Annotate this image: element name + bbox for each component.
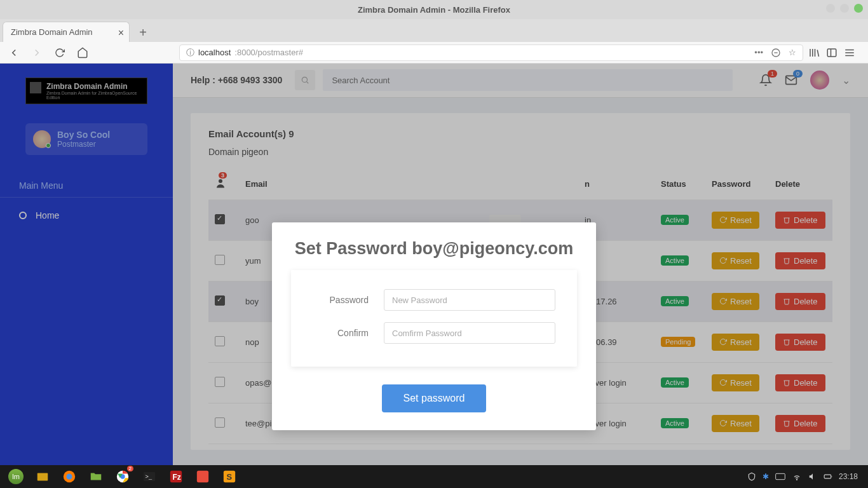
page-actions-icon[interactable]: •••: [754, 48, 763, 58]
menu-icon[interactable]: [844, 47, 855, 58]
col-status: Status: [654, 168, 705, 200]
tray-keyboard-icon[interactable]: [775, 473, 785, 480]
status-badge: Pending: [661, 337, 695, 347]
row-checkbox[interactable]: [215, 214, 225, 224]
library-icon[interactable]: [808, 47, 820, 58]
nav-forward-button[interactable]: [28, 44, 46, 62]
profile-avatar[interactable]: [810, 71, 829, 90]
taskbar-app-icon[interactable]: [191, 467, 215, 486]
person-icon[interactable]: 3: [215, 177, 226, 189]
status-badge: Active: [661, 296, 689, 306]
svg-rect-19: [197, 471, 208, 482]
sidebar-item-home[interactable]: Home: [0, 204, 173, 227]
svg-text:S: S: [226, 472, 232, 482]
reset-button[interactable]: Reset: [712, 212, 759, 229]
col-delete: Delete: [769, 168, 832, 200]
svg-text:Fz: Fz: [173, 473, 181, 482]
taskbar-files-icon[interactable]: [31, 467, 55, 486]
delete-button[interactable]: Delete: [775, 252, 825, 269]
messages-button[interactable]: 0: [785, 74, 797, 86]
app-topbar: Help : +668 9493 3300 1 0 ⌄: [173, 64, 868, 98]
svg-point-23: [796, 479, 797, 480]
set-password-button[interactable]: Set password: [382, 384, 487, 412]
window-maximize-button[interactable]: [840, 4, 849, 13]
os-taskbar: lm 2 >_ Fz S ✱ 23:18: [0, 465, 868, 488]
start-menu-button[interactable]: lm: [4, 467, 28, 486]
user-role: Postmaster: [57, 140, 110, 149]
delete-button[interactable]: Delete: [775, 334, 825, 351]
nav-reload-button[interactable]: [51, 44, 69, 62]
app-sidebar: Zimbra Domain Admin Zimbra Domain Admin …: [0, 64, 173, 465]
help-text: Help : +668 9493 3300: [191, 75, 282, 85]
taskbar-terminal-icon[interactable]: >_: [137, 467, 161, 486]
delete-button[interactable]: Delete: [775, 293, 825, 310]
delete-button[interactable]: Delete: [775, 415, 825, 432]
url-path: :8000/postmaster#: [234, 48, 303, 57]
nav-home-button[interactable]: [74, 44, 92, 62]
tray-wifi-icon[interactable]: [792, 472, 802, 481]
menu-header: Main Menu: [0, 174, 173, 198]
domain-line: Domain pigeon: [208, 147, 832, 157]
reader-view-icon[interactable]: [771, 48, 781, 58]
tray-volume-icon[interactable]: [808, 472, 817, 481]
taskbar-chrome-icon[interactable]: 2: [111, 467, 135, 486]
user-name: Boy So Cool: [57, 130, 110, 140]
tray-clock[interactable]: 23:18: [839, 472, 858, 481]
reset-button[interactable]: Reset: [712, 374, 759, 391]
tray-battery-icon[interactable]: [824, 472, 832, 481]
app-logo: Zimbra Domain Admin Zimbra Domain Admin …: [25, 78, 147, 104]
tab-close-icon[interactable]: ×: [118, 27, 124, 39]
chevron-down-icon[interactable]: ⌄: [842, 74, 850, 86]
reset-button[interactable]: Reset: [712, 293, 759, 310]
status-badge: Active: [661, 418, 689, 428]
taskbar-firefox-icon[interactable]: [57, 467, 81, 486]
messages-badge: 0: [793, 70, 803, 78]
mint-logo-icon: lm: [8, 469, 24, 484]
notifications-button[interactable]: 1: [759, 74, 772, 86]
col-email: Email: [239, 168, 394, 200]
confirm-password-input[interactable]: [384, 322, 555, 344]
svg-text:>_: >_: [146, 473, 153, 480]
delete-button[interactable]: Delete: [775, 374, 825, 391]
new-tab-button[interactable]: +: [133, 23, 153, 42]
page-title: Email Account(s) 9: [208, 128, 832, 139]
site-info-icon[interactable]: ⓘ: [186, 47, 194, 58]
password-input[interactable]: [384, 289, 555, 311]
taskbar-filezilla-icon[interactable]: Fz: [164, 467, 188, 486]
url-bar[interactable]: ⓘ localhost:8000/postmaster# ••• ☆: [179, 44, 803, 61]
delete-button[interactable]: Delete: [775, 212, 825, 229]
reset-button[interactable]: Reset: [712, 334, 759, 351]
row-checkbox[interactable]: [215, 417, 225, 428]
search-icon[interactable]: [295, 70, 315, 90]
row-checkbox[interactable]: [215, 295, 225, 306]
window-titlebar: Zimbra Domain Admin - Mozilla Firefox: [0, 0, 868, 19]
selection-count-badge: 3: [219, 172, 227, 179]
browser-tab[interactable]: Zimbra Domain Admin ×: [3, 22, 130, 42]
window-minimize-button[interactable]: [826, 4, 835, 13]
cell-email: youme@pigeoncy.com: [239, 444, 394, 450]
tray-bluetooth-icon[interactable]: ✱: [763, 472, 769, 481]
row-checkbox[interactable]: [215, 255, 225, 265]
cell-login: Never login: [578, 444, 654, 450]
reset-button[interactable]: Reset: [712, 415, 759, 432]
bookmark-star-icon[interactable]: ☆: [789, 48, 796, 58]
tray-shield-icon[interactable]: [747, 472, 756, 481]
row-checkbox[interactable]: [215, 336, 225, 346]
browser-toolbar: ⓘ localhost:8000/postmaster# ••• ☆: [0, 42, 868, 64]
browser-tab-title: Zimbra Domain Admin: [11, 27, 93, 37]
col-login: n: [578, 168, 654, 200]
user-card[interactable]: Boy So Cool Postmaster: [25, 123, 147, 155]
status-badge: Active: [661, 215, 689, 225]
table-row: youme@pigeoncy.comYou กPlan 2Never login…: [208, 444, 832, 450]
sidebar-item-label: Home: [36, 210, 59, 220]
window-close-button[interactable]: [854, 4, 863, 13]
sidebar-toggle-icon[interactable]: [826, 47, 837, 58]
nav-back-button[interactable]: [5, 44, 23, 62]
search-input[interactable]: [323, 69, 733, 91]
row-checkbox[interactable]: [215, 377, 225, 387]
browser-tabstrip: Zimbra Domain Admin × +: [0, 19, 868, 42]
reset-button[interactable]: Reset: [712, 252, 759, 269]
taskbar-sublime-icon[interactable]: S: [217, 467, 241, 486]
svg-rect-24: [824, 475, 831, 478]
taskbar-folder-icon[interactable]: [84, 467, 108, 486]
